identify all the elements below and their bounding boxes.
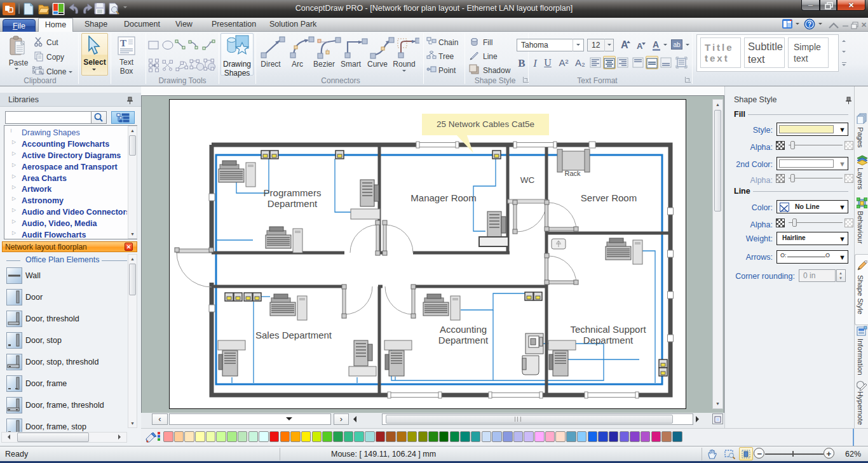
svg-text:A: A: [653, 39, 659, 50]
svg-text:Department: Department: [583, 335, 634, 346]
svg-text:Server Room: Server Room: [581, 192, 637, 203]
svg-text:Technical Support: Technical Support: [570, 324, 646, 335]
svg-text:Rack: Rack: [564, 170, 581, 177]
svg-text:25 Network Cables Cat5e: 25 Network Cables Cat5e: [437, 119, 534, 129]
svg-text:Sales Department: Sales Department: [255, 330, 332, 340]
svg-text:A: A: [621, 39, 628, 50]
svg-text:Department: Department: [438, 335, 489, 346]
svg-text:?: ?: [808, 21, 811, 28]
svg-text:WC: WC: [520, 175, 535, 185]
svg-text:Manager Room: Manager Room: [410, 192, 476, 203]
svg-text:Department: Department: [268, 198, 318, 209]
svg-text:Accounting: Accounting: [440, 324, 487, 335]
svg-text:T: T: [120, 38, 126, 48]
svg-text:Programmers: Programmers: [264, 187, 322, 198]
